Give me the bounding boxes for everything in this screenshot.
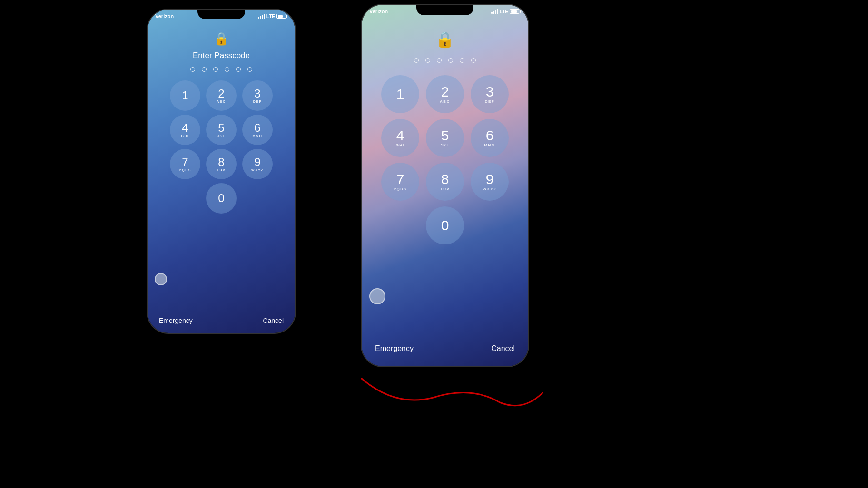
signal-bar-r3 <box>495 10 496 14</box>
dot-6 <box>247 67 252 72</box>
phone-left: Verizon LTE <box>148 10 295 333</box>
signal-bar-r2 <box>493 11 494 14</box>
scene: Verizon LTE <box>0 0 868 488</box>
key-right-6[interactable]: 6MNO <box>471 119 509 157</box>
dot-3 <box>213 67 218 72</box>
pars-text: Pars <box>231 244 293 277</box>
key-left-1[interactable]: 1 <box>170 80 200 111</box>
signal-bar-1 <box>258 17 259 19</box>
key-right-2[interactable]: 2ABC <box>426 75 464 113</box>
key-right-0[interactable]: 0 <box>426 206 464 244</box>
phone-right-lte: LTE <box>500 9 508 14</box>
key-left-0[interactable]: 0 <box>206 183 237 214</box>
battery-tip-left <box>286 15 287 18</box>
phone-left-battery <box>276 14 287 19</box>
key-right-3[interactable]: 3DEF <box>471 75 509 113</box>
signal-bars-left <box>258 14 265 19</box>
key-right-1[interactable]: 1 <box>381 75 419 113</box>
dot-2 <box>202 67 207 72</box>
key-left-8[interactable]: 8TUV <box>206 149 237 179</box>
dot-4 <box>225 67 229 72</box>
dot-r5 <box>460 58 464 63</box>
phone-left-status-right: LTE <box>258 14 287 19</box>
key-left-2[interactable]: 2ABC <box>206 80 237 111</box>
phone-left-passcode-title: Enter Passcode <box>193 51 250 60</box>
phone-right-cancel-button[interactable]: Cancel <box>491 344 515 353</box>
phone-right-emergency-button[interactable]: Emergency <box>375 344 414 353</box>
phone-right-status-right: LTE <box>491 9 521 14</box>
phone-left-lock-icon: 🔒 <box>214 31 229 46</box>
annotation-red-line <box>357 369 547 412</box>
dot-r6 <box>471 58 476 63</box>
battery-fill-right <box>511 10 517 13</box>
phone-right-bottom: Emergency Cancel <box>362 337 528 361</box>
keypad-left-row-1: 1 2ABC 3DEF <box>170 80 273 111</box>
phone-left-screen: Verizon LTE <box>148 10 295 333</box>
phone-right-battery <box>510 9 521 14</box>
phone-right-notch <box>416 5 473 15</box>
dot-r3 <box>437 58 442 63</box>
battery-body-right <box>510 9 519 14</box>
key-right-4[interactable]: 4GHI <box>381 119 419 157</box>
battery-body-left <box>276 14 286 19</box>
key-right-8[interactable]: 8TUV <box>426 163 464 201</box>
keypad-right-row-4: 0 <box>426 206 464 244</box>
key-left-4[interactable]: 4GHI <box>170 115 200 145</box>
phone-right-side-button[interactable] <box>369 288 385 304</box>
key-left-5[interactable]: 5JKL <box>206 115 237 145</box>
battery-fill-left <box>278 15 283 18</box>
dot-r4 <box>448 58 453 63</box>
signal-bar-r1 <box>491 12 493 14</box>
dot-5 <box>236 67 241 72</box>
dot-r2 <box>425 58 430 63</box>
key-left-9[interactable]: 9WXYZ <box>242 149 273 179</box>
phone-left-carrier: Verizon <box>155 13 174 19</box>
phone-left-bottom: Emergency Cancel <box>148 311 295 330</box>
phone-left-emergency-button[interactable]: Emergency <box>159 317 193 324</box>
key-left-7[interactable]: 7PQRS <box>170 149 200 179</box>
key-right-5[interactable]: 5JKL <box>426 119 464 157</box>
keypad-right-row-2: 4GHI 5JKL 6MNO <box>381 119 509 157</box>
key-left-3[interactable]: 3DEF <box>242 80 273 111</box>
signal-bars-right <box>491 9 498 14</box>
key-right-7[interactable]: 7PQRS <box>381 163 419 201</box>
keypad-right-row-1: 1 2ABC 3DEF <box>381 75 509 113</box>
signal-bar-r4 <box>497 9 498 14</box>
keypad-left-row-4: 0 <box>206 183 237 214</box>
phone-right: Verizon LTE <box>362 5 528 366</box>
signal-bar-3 <box>262 15 263 19</box>
keypad-left-row-3: 7PQRS 8TUV 9WXYZ <box>170 149 273 179</box>
phone-left-passcode-dots <box>190 67 252 72</box>
key-left-6[interactable]: 6MNO <box>242 115 273 145</box>
phone-right-screen: Verizon LTE <box>362 5 528 366</box>
phone-left-keypad: 1 2ABC 3DEF 4GHI 5JKL 6MNO 7PQRS 8TUV 9W… <box>148 80 295 214</box>
keypad-left-row-2: 4GHI 5JKL 6MNO <box>170 115 273 145</box>
phone-right-carrier: Verizon <box>369 9 388 14</box>
keypad-right-row-3: 7PQRS 8TUV 9WXYZ <box>381 163 509 201</box>
signal-bar-4 <box>264 14 265 19</box>
phone-left-side-button[interactable] <box>155 273 167 285</box>
signal-bar-2 <box>260 16 261 19</box>
phone-right-keypad: 1 2ABC 3DEF 4GHI 5JKL 6MNO 7PQRS 8TUV 9W… <box>362 75 528 244</box>
phone-left-lte: LTE <box>266 14 275 19</box>
phone-right-passcode-dots <box>414 58 476 63</box>
phone-left-notch <box>197 10 245 19</box>
phone-right-lock-icon: 🔒 <box>435 30 454 49</box>
dot-1 <box>190 67 195 72</box>
phone-left-cancel-button[interactable]: Cancel <box>263 317 284 324</box>
battery-tip-right <box>520 10 521 13</box>
key-right-9[interactable]: 9WXYZ <box>471 163 509 201</box>
dot-r1 <box>414 58 419 63</box>
